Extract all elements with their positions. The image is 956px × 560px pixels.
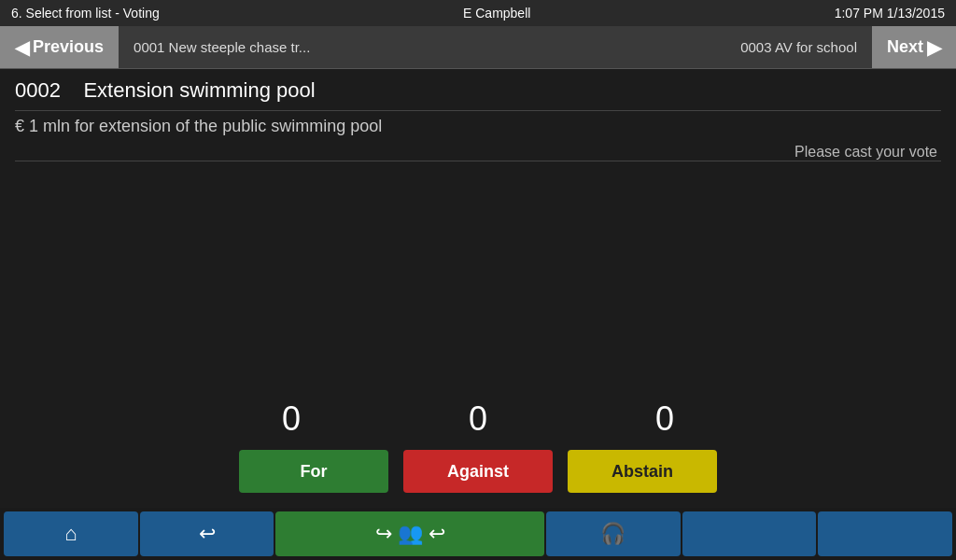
- previous-button[interactable]: ◀ Previous: [0, 26, 119, 68]
- status-bar: 6. Select from list - Voting E Campbell …: [0, 0, 956, 26]
- home-icon: ⌂: [64, 522, 77, 546]
- prev-arrow-icon: ◀: [15, 36, 29, 59]
- headset-button[interactable]: 🎧: [546, 511, 681, 556]
- item-name: Extension swimming pool: [83, 78, 315, 102]
- app-title: 6. Select from list - Voting: [11, 6, 160, 21]
- counts-section: 0 0 0 For Against Abstain: [0, 399, 956, 508]
- middle-section: 0002 Extension swimming pool € 1 mln for…: [0, 69, 956, 508]
- extra-button-1[interactable]: [682, 511, 817, 556]
- bottom-bar: ⌂ ↩ ↪ 👥 ↩ 🎧: [0, 508, 956, 560]
- back-button[interactable]: ↩: [140, 511, 274, 556]
- next-item-label: 0003 AV for school: [740, 39, 857, 55]
- vote-prompt: Please cast your vote: [15, 144, 941, 161]
- vote-counts: 0 0 0: [0, 399, 956, 439]
- item-number: 0002: [15, 78, 61, 102]
- against-count: 0: [385, 399, 571, 439]
- extra-button-2[interactable]: [818, 511, 952, 556]
- previous-label: Previous: [33, 37, 104, 57]
- item-description: € 1 mln for extension of the public swim…: [15, 117, 941, 136]
- nav-bar: ◀ Previous 0001 New steeple chase tr... …: [0, 26, 956, 69]
- empty-space: [0, 161, 956, 399]
- vote-center-button[interactable]: ↪ 👥 ↩: [275, 511, 543, 556]
- user-name: E Campbell: [463, 6, 530, 21]
- next-label: Next: [887, 37, 923, 57]
- prev-item-label: 0001 New steeple chase tr...: [134, 39, 310, 55]
- datetime: 1:07 PM 1/13/2015: [835, 6, 945, 21]
- abstain-count: 0: [571, 399, 758, 439]
- divider-top: [15, 110, 941, 111]
- abstain-button[interactable]: Abstain: [568, 450, 717, 493]
- next-arrow-icon: ▶: [927, 36, 941, 59]
- vote-center-icon: ↪ 👥 ↩: [375, 522, 445, 546]
- back-icon: ↩: [199, 522, 216, 546]
- item-title: 0002 Extension swimming pool: [15, 78, 941, 103]
- for-count: 0: [198, 399, 385, 439]
- home-button[interactable]: ⌂: [4, 511, 138, 556]
- against-button[interactable]: Against: [403, 450, 553, 493]
- nav-center: 0001 New steeple chase tr... 0003 AV for…: [119, 39, 872, 55]
- next-button[interactable]: Next ▶: [872, 26, 956, 68]
- content-section: 0002 Extension swimming pool € 1 mln for…: [0, 69, 956, 161]
- for-button[interactable]: For: [239, 450, 388, 493]
- headset-icon: 🎧: [600, 522, 626, 546]
- vote-buttons: For Against Abstain: [0, 450, 956, 493]
